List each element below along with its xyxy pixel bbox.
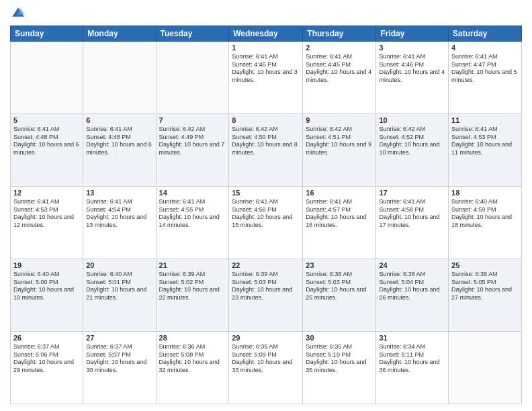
day-info: Sunrise: 6:42 AM Sunset: 4:51 PM Dayligh… xyxy=(306,126,373,157)
calendar-cell xyxy=(11,42,83,114)
day-number: 15 xyxy=(232,189,300,197)
weekday-header-thursday: Thursday xyxy=(303,26,376,42)
calendar-cell: 9Sunrise: 6:42 AM Sunset: 4:51 PM Daylig… xyxy=(303,114,376,187)
calendar-cell: 4Sunrise: 6:41 AM Sunset: 4:47 PM Daylig… xyxy=(449,42,522,114)
day-number: 2 xyxy=(306,44,373,52)
day-info: Sunrise: 6:41 AM Sunset: 4:45 PM Dayligh… xyxy=(306,53,373,85)
day-info: Sunrise: 6:34 AM Sunset: 5:11 PM Dayligh… xyxy=(379,343,445,375)
calendar-cell: 7Sunrise: 6:42 AM Sunset: 4:49 PM Daylig… xyxy=(156,114,229,187)
calendar-cell: 28Sunrise: 6:36 AM Sunset: 5:08 PM Dayli… xyxy=(156,332,229,404)
weekday-header-monday: Monday xyxy=(83,26,156,42)
page: SundayMondayTuesdayWednesdayThursdayFrid… xyxy=(0,0,532,411)
day-number: 29 xyxy=(232,334,300,342)
weekday-header-tuesday: Tuesday xyxy=(156,26,229,42)
calendar-cell xyxy=(449,332,522,404)
calendar-cell: 17Sunrise: 6:41 AM Sunset: 4:58 PM Dayli… xyxy=(376,187,449,259)
calendar-week-2: 5Sunrise: 6:41 AM Sunset: 4:48 PM Daylig… xyxy=(11,114,522,187)
weekday-header-sunday: Sunday xyxy=(11,26,83,42)
calendar-cell: 3Sunrise: 6:41 AM Sunset: 4:46 PM Daylig… xyxy=(376,42,449,114)
day-info: Sunrise: 6:35 AM Sunset: 5:10 PM Dayligh… xyxy=(306,343,373,375)
calendar-cell: 15Sunrise: 6:41 AM Sunset: 4:56 PM Dayli… xyxy=(229,187,303,259)
day-number: 8 xyxy=(232,116,300,124)
day-info: Sunrise: 6:42 AM Sunset: 4:49 PM Dayligh… xyxy=(159,126,226,157)
day-number: 31 xyxy=(379,334,445,342)
calendar-cell: 12Sunrise: 6:41 AM Sunset: 4:53 PM Dayli… xyxy=(11,187,83,259)
calendar-cell: 18Sunrise: 6:40 AM Sunset: 4:59 PM Dayli… xyxy=(449,187,522,259)
day-number: 1 xyxy=(232,44,300,52)
day-info: Sunrise: 6:41 AM Sunset: 4:55 PM Dayligh… xyxy=(159,198,226,230)
day-info: Sunrise: 6:41 AM Sunset: 4:53 PM Dayligh… xyxy=(451,126,519,157)
calendar-cell: 20Sunrise: 6:40 AM Sunset: 5:01 PM Dayli… xyxy=(83,259,156,332)
day-number: 17 xyxy=(379,189,445,197)
day-number: 28 xyxy=(159,334,226,342)
calendar-cell: 19Sunrise: 6:40 AM Sunset: 5:00 PM Dayli… xyxy=(11,259,83,332)
day-number: 23 xyxy=(306,261,373,269)
day-number: 11 xyxy=(451,116,519,124)
calendar-cell: 21Sunrise: 6:39 AM Sunset: 5:02 PM Dayli… xyxy=(156,259,229,332)
day-info: Sunrise: 6:40 AM Sunset: 4:59 PM Dayligh… xyxy=(451,198,519,230)
day-info: Sunrise: 6:35 AM Sunset: 5:09 PM Dayligh… xyxy=(232,343,300,375)
day-number: 4 xyxy=(451,44,519,52)
day-info: Sunrise: 6:38 AM Sunset: 5:05 PM Dayligh… xyxy=(451,271,519,302)
day-number: 20 xyxy=(86,261,152,269)
day-number: 25 xyxy=(451,261,519,269)
day-number: 10 xyxy=(379,116,445,124)
day-info: Sunrise: 6:42 AM Sunset: 4:52 PM Dayligh… xyxy=(379,126,445,157)
weekday-header-friday: Friday xyxy=(376,26,449,42)
day-info: Sunrise: 6:41 AM Sunset: 4:54 PM Dayligh… xyxy=(86,198,152,230)
calendar-cell: 14Sunrise: 6:41 AM Sunset: 4:55 PM Dayli… xyxy=(156,187,229,259)
calendar-cell: 24Sunrise: 6:38 AM Sunset: 5:04 PM Dayli… xyxy=(376,259,449,332)
calendar-cell: 25Sunrise: 6:38 AM Sunset: 5:05 PM Dayli… xyxy=(449,259,522,332)
calendar-cell: 6Sunrise: 6:41 AM Sunset: 4:48 PM Daylig… xyxy=(83,114,156,187)
day-info: Sunrise: 6:41 AM Sunset: 4:56 PM Dayligh… xyxy=(232,198,300,230)
day-number: 18 xyxy=(451,189,519,197)
calendar-cell xyxy=(83,42,156,114)
day-info: Sunrise: 6:41 AM Sunset: 4:46 PM Dayligh… xyxy=(379,53,445,85)
calendar-cell: 16Sunrise: 6:41 AM Sunset: 4:57 PM Dayli… xyxy=(303,187,376,259)
day-info: Sunrise: 6:41 AM Sunset: 4:47 PM Dayligh… xyxy=(451,53,519,85)
weekday-header-wednesday: Wednesday xyxy=(229,26,303,42)
day-number: 16 xyxy=(306,189,373,197)
day-info: Sunrise: 6:37 AM Sunset: 5:07 PM Dayligh… xyxy=(86,343,152,375)
calendar-cell: 11Sunrise: 6:41 AM Sunset: 4:53 PM Dayli… xyxy=(449,114,522,187)
calendar-cell: 23Sunrise: 6:38 AM Sunset: 5:03 PM Dayli… xyxy=(303,259,376,332)
calendar-week-3: 12Sunrise: 6:41 AM Sunset: 4:53 PM Dayli… xyxy=(11,187,522,259)
day-info: Sunrise: 6:41 AM Sunset: 4:57 PM Dayligh… xyxy=(306,198,373,230)
day-info: Sunrise: 6:37 AM Sunset: 5:06 PM Dayligh… xyxy=(13,343,80,375)
day-info: Sunrise: 6:41 AM Sunset: 4:48 PM Dayligh… xyxy=(86,126,152,157)
day-info: Sunrise: 6:41 AM Sunset: 4:48 PM Dayligh… xyxy=(13,126,80,157)
day-info: Sunrise: 6:39 AM Sunset: 5:03 PM Dayligh… xyxy=(232,271,300,302)
calendar-cell xyxy=(156,42,229,114)
day-number: 3 xyxy=(379,44,445,52)
calendar-cell: 31Sunrise: 6:34 AM Sunset: 5:11 PM Dayli… xyxy=(376,332,449,404)
calendar-cell: 22Sunrise: 6:39 AM Sunset: 5:03 PM Dayli… xyxy=(229,259,303,332)
day-number: 24 xyxy=(379,261,445,269)
day-info: Sunrise: 6:41 AM Sunset: 4:58 PM Dayligh… xyxy=(379,198,445,230)
calendar-week-1: 1Sunrise: 6:41 AM Sunset: 4:45 PM Daylig… xyxy=(11,42,522,114)
day-number: 6 xyxy=(86,116,152,124)
weekday-header-row: SundayMondayTuesdayWednesdayThursdayFrid… xyxy=(11,26,522,42)
logo xyxy=(10,7,25,20)
calendar-cell: 13Sunrise: 6:41 AM Sunset: 4:54 PM Dayli… xyxy=(83,187,156,259)
calendar-week-5: 26Sunrise: 6:37 AM Sunset: 5:06 PM Dayli… xyxy=(11,332,522,404)
calendar-cell: 26Sunrise: 6:37 AM Sunset: 5:06 PM Dayli… xyxy=(11,332,83,404)
day-number: 7 xyxy=(159,116,226,124)
calendar-cell: 5Sunrise: 6:41 AM Sunset: 4:48 PM Daylig… xyxy=(11,114,83,187)
day-number: 13 xyxy=(86,189,152,197)
day-number: 5 xyxy=(13,116,80,124)
day-info: Sunrise: 6:42 AM Sunset: 4:50 PM Dayligh… xyxy=(232,126,300,157)
logo-icon xyxy=(11,7,25,20)
day-number: 12 xyxy=(13,189,80,197)
day-info: Sunrise: 6:39 AM Sunset: 5:02 PM Dayligh… xyxy=(159,271,226,302)
weekday-header-saturday: Saturday xyxy=(449,26,522,42)
day-number: 19 xyxy=(13,261,80,269)
calendar-cell: 29Sunrise: 6:35 AM Sunset: 5:09 PM Dayli… xyxy=(229,332,303,404)
day-info: Sunrise: 6:38 AM Sunset: 5:04 PM Dayligh… xyxy=(379,271,445,302)
calendar-week-4: 19Sunrise: 6:40 AM Sunset: 5:00 PM Dayli… xyxy=(11,259,522,332)
calendar-cell: 2Sunrise: 6:41 AM Sunset: 4:45 PM Daylig… xyxy=(303,42,376,114)
header xyxy=(10,7,522,20)
calendar-cell: 27Sunrise: 6:37 AM Sunset: 5:07 PM Dayli… xyxy=(83,332,156,404)
day-number: 14 xyxy=(159,189,226,197)
calendar-cell: 1Sunrise: 6:41 AM Sunset: 4:45 PM Daylig… xyxy=(229,42,303,114)
day-number: 27 xyxy=(86,334,152,342)
